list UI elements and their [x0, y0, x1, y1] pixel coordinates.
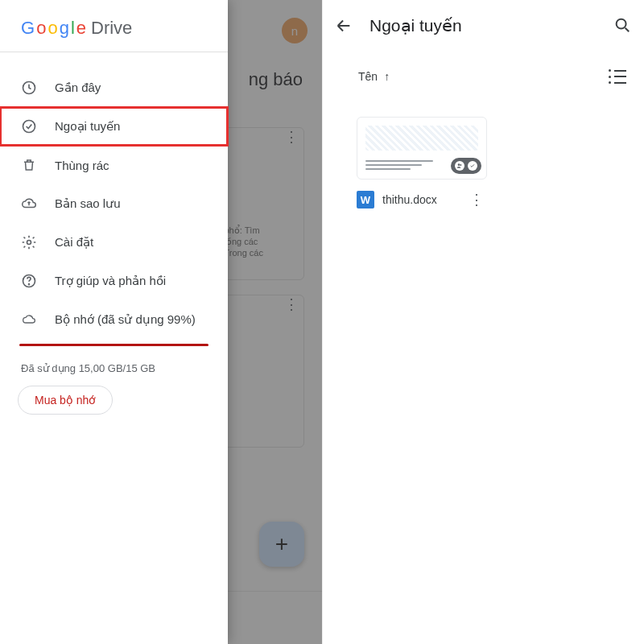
left-screenshot: n ng báo ⋮ phổ: Tìm lồng các Trong các ⋮… — [0, 0, 322, 644]
offline-check-icon — [21, 118, 37, 134]
help-icon — [21, 273, 37, 289]
file-item[interactable]: W thithu.docx ⋮ — [357, 117, 487, 208]
cloud-upload-icon — [21, 196, 37, 212]
svg-point-2 — [27, 241, 31, 245]
offline-pin-icon — [468, 161, 477, 171]
menu-label: Cài đặt — [55, 235, 93, 250]
svg-point-5 — [617, 19, 626, 29]
offline-shared-badge — [451, 158, 481, 174]
menu-item-trash[interactable]: Thùng rác — [0, 146, 228, 184]
menu-label: Gần đây — [55, 80, 101, 95]
file-thumbnail — [357, 117, 487, 180]
menu-label: Trợ giúp và phản hồi — [55, 274, 166, 288]
list-view-toggle-icon[interactable] — [609, 69, 626, 84]
menu-label: Bộ nhớ (đã sử dụng 99%) — [55, 312, 196, 327]
storage-used-text: Đã sử dụng 15,00 GB/15 GB — [0, 346, 228, 386]
menu-label: Thùng rác — [55, 159, 109, 172]
svg-point-4 — [29, 284, 30, 285]
sort-arrow-up-icon: ↑ — [384, 70, 390, 83]
svg-point-7 — [460, 164, 461, 166]
drawer-menu: Gần đây Ngoại tuyến Thùng rác — [0, 52, 228, 415]
clock-icon — [21, 80, 37, 96]
page-title: Ngoại tuyến — [369, 16, 597, 35]
people-icon — [455, 161, 464, 171]
back-arrow-icon[interactable] — [334, 16, 353, 35]
cloud-icon — [21, 312, 37, 328]
menu-label: Bản sao lưu — [55, 196, 121, 211]
sort-bar: Tên ↑ — [323, 52, 644, 92]
file-more-icon[interactable]: ⋮ — [469, 198, 487, 201]
right-screenshot: Ngoại tuyến Tên ↑ — [322, 0, 644, 644]
menu-item-storage[interactable]: Bộ nhớ (đã sử dụng 99%) — [0, 300, 228, 339]
search-icon[interactable] — [613, 16, 633, 35]
svg-point-1 — [23, 121, 35, 133]
menu-item-help[interactable]: Trợ giúp và phản hồi — [0, 262, 228, 300]
menu-item-backup[interactable]: Bản sao lưu — [0, 184, 228, 223]
buy-storage-button[interactable]: Mua bộ nhớ — [18, 386, 113, 415]
file-name: thithu.docx — [382, 193, 461, 206]
word-doc-icon: W — [357, 191, 374, 208]
gear-icon — [21, 234, 37, 250]
menu-item-recent[interactable]: Gần đây — [0, 68, 228, 107]
menu-label: Ngoại tuyến — [55, 119, 120, 134]
svg-point-6 — [458, 163, 460, 166]
offline-header: Ngoại tuyến — [323, 0, 644, 52]
app-logo: Google Drive — [0, 0, 228, 52]
sort-label: Tên — [358, 70, 378, 83]
navigation-drawer: Google Drive Gần đây Ngoại tuyến — [0, 0, 228, 644]
menu-item-settings[interactable]: Cài đặt — [0, 223, 228, 262]
trash-icon — [21, 157, 37, 173]
sort-by-name[interactable]: Tên ↑ — [358, 70, 390, 83]
menu-item-offline[interactable]: Ngoại tuyến — [0, 107, 228, 146]
